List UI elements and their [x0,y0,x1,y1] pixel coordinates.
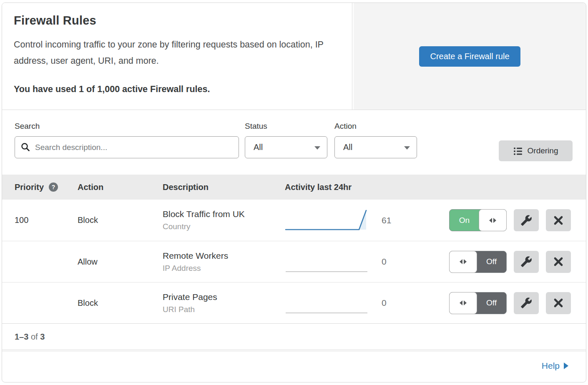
rule-activity-cell: 61 [285,208,449,233]
pagination-total: 3 [40,332,45,342]
header-action-panel: Create a Firewall rule [352,3,586,110]
column-header-description: Description [163,182,285,192]
edit-rule-button[interactable] [514,292,539,314]
rule-enabled-toggle[interactable]: On [449,209,507,231]
arrows-icon [493,218,496,223]
arrows-icon [460,259,462,264]
rule-description: Block Traffic from UK [163,209,285,219]
rule-action: Allow [78,257,163,267]
toggle-knob[interactable] [449,251,477,273]
delete-rule-button[interactable] [546,292,571,314]
wrench-icon [520,256,532,268]
column-header-action: Action [78,182,163,192]
rule-action: Block [78,215,163,225]
question-help-icon[interactable]: ? [49,182,58,192]
rule-controls: On [449,209,586,231]
delete-rule-button[interactable] [546,209,571,231]
help-link[interactable]: Help [542,361,568,371]
search-label: Search [15,122,239,131]
edit-rule-button[interactable] [514,209,539,231]
close-icon [553,256,564,267]
firewall-rule-row: Allow Remote Workers IP Address 0 Off [2,241,586,282]
rule-description: Remote Workers [163,251,285,261]
close-icon [553,298,564,308]
firewall-rules-card: Firewall Rules Control incoming traffic … [2,2,586,382]
rule-match-type: Country [163,222,285,231]
column-header-activity: Activity last 24hr [285,182,449,192]
toggle-knob[interactable] [449,292,477,314]
search-box [15,136,239,158]
search-group: Search [15,122,239,158]
rule-enabled-toggle[interactable]: Off [449,292,507,314]
arrow-right-icon [564,362,568,369]
ordering-wrap: Ordering [499,122,573,161]
wrench-icon [520,215,532,226]
page-description: Control incoming traffic to your zone by… [14,37,335,69]
rule-match-type: IP Address [163,264,285,273]
rule-description: Private Pages [163,292,285,302]
close-icon [553,215,564,226]
arrows-icon [464,259,467,264]
arrows-icon [489,218,492,223]
toggle-state-label: Off [477,292,506,314]
rule-description-cell: Remote Workers IP Address [163,251,285,273]
rule-activity-cell: 0 [285,249,449,274]
rule-controls: Off [449,251,586,273]
activity-sparkline [285,249,368,274]
wrench-icon [520,297,532,309]
priority-column-label: Priority [15,182,44,192]
rule-match-type: URI Path [163,305,285,314]
rule-action: Block [78,298,163,308]
status-select[interactable]: All [245,136,327,158]
status-filter-group: Status All [245,122,327,158]
rule-description-cell: Block Traffic from UK Country [163,209,285,231]
activity-count: 0 [382,257,387,267]
rule-enabled-toggle[interactable]: Off [449,251,507,273]
arrows-icon [460,300,462,305]
toggle-state-label: Off [477,251,506,272]
ordered-list-icon [513,146,523,155]
rule-description-cell: Private Pages URI Path [163,292,285,314]
activity-sparkline [285,290,368,315]
rule-controls: Off [449,292,586,314]
create-firewall-rule-button[interactable]: Create a Firewall rule [419,46,520,67]
pagination-of-label: of [31,332,38,342]
table-body: 100 Block Block Traffic from UK Country … [2,200,586,323]
help-band: Help [2,351,586,380]
activity-count: 61 [382,215,391,225]
status-selected-value: All [254,142,263,152]
help-link-label: Help [542,361,560,371]
search-input[interactable] [15,136,239,158]
column-header-priority: Priority ? [2,182,78,192]
toggle-state-label: On [450,210,479,231]
edit-rule-button[interactable] [514,251,539,273]
firewall-rule-row: 100 Block Block Traffic from UK Country … [2,200,586,241]
usage-note: You have used 1 of 1,000 active Firewall… [14,84,339,95]
activity-count: 0 [382,298,387,308]
search-icon [20,142,30,152]
chevron-down-icon [314,146,320,150]
table-header-row: Priority ? Action Description Activity l… [2,175,586,200]
action-select[interactable]: All [334,136,417,158]
delete-rule-button[interactable] [546,251,571,273]
action-filter-group: Action All [334,122,417,158]
activity-sparkline [285,208,368,233]
action-label: Action [334,122,417,131]
arrows-icon [464,300,467,305]
toggle-knob[interactable] [479,209,507,231]
rule-priority: 100 [2,215,78,225]
ordering-button-label: Ordering [528,146,558,155]
chevron-down-icon [404,146,410,150]
firewall-rule-row: Block Private Pages URI Path 0 Off [2,282,586,323]
action-selected-value: All [343,142,352,152]
ordering-button[interactable]: Ordering [499,140,573,161]
header-text-block: Firewall Rules Control incoming traffic … [2,3,352,110]
filters-bar: Search Status All Action All [2,110,586,175]
header-section: Firewall Rules Control incoming traffic … [2,3,586,110]
status-label: Status [245,122,327,131]
pagination-bar: 1–3 of 3 [2,323,586,350]
page-title: Firewall Rules [14,14,339,28]
rule-activity-cell: 0 [285,290,449,315]
pagination-range: 1–3 [15,332,28,342]
